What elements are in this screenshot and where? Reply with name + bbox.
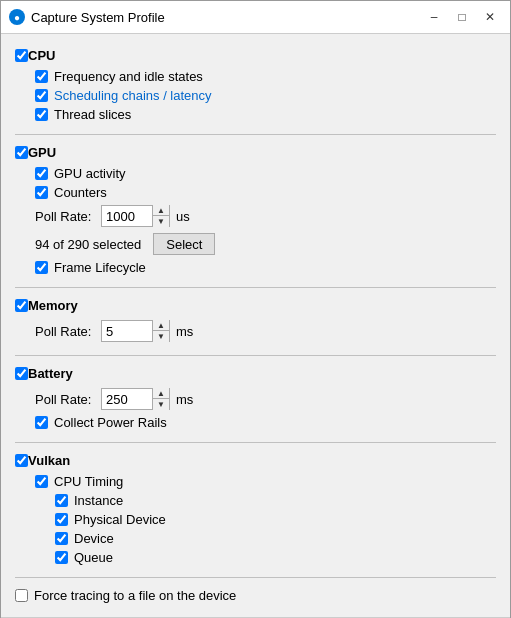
battery-poll-down-arrow[interactable]: ▼ xyxy=(153,399,169,410)
gpu-poll-unit: us xyxy=(176,209,190,224)
device-checkbox[interactable] xyxy=(55,532,68,545)
cpu-scheduling-checkbox[interactable] xyxy=(35,89,48,102)
memory-poll-arrows: ▲ ▼ xyxy=(152,320,169,342)
cpu-thread-checkbox[interactable] xyxy=(35,108,48,121)
content-area: CPU Frequency and idle states Scheduling… xyxy=(1,34,510,617)
gpu-section-body: GPU activity Counters Poll Rate: ▲ ▼ xyxy=(15,164,496,281)
memory-poll-up-arrow[interactable]: ▲ xyxy=(153,320,169,331)
divider-2 xyxy=(15,287,496,288)
device-row: Device xyxy=(55,529,496,548)
gpu-select-row: 94 of 290 selected Select xyxy=(35,230,496,258)
queue-row: Queue xyxy=(55,548,496,567)
battery-poll-up-arrow[interactable]: ▲ xyxy=(153,388,169,399)
memory-section: Memory Poll Rate: ▲ ▼ ms xyxy=(15,294,496,349)
force-tracing-label: Force tracing to a file on the device xyxy=(34,588,236,603)
title-bar: ● Capture System Profile – □ ✕ xyxy=(1,1,510,34)
battery-label: Battery xyxy=(28,366,73,381)
memory-poll-label: Poll Rate: xyxy=(35,324,95,339)
device-label: Device xyxy=(74,531,114,546)
vulkan-section-body: CPU Timing Instance Physical Device Devi… xyxy=(15,472,496,571)
gpu-poll-input[interactable] xyxy=(102,206,152,226)
battery-section-header: Battery xyxy=(15,362,496,385)
gpu-activity-checkbox[interactable] xyxy=(35,167,48,180)
window: ● Capture System Profile – □ ✕ CPU Frequ… xyxy=(0,0,511,618)
collect-power-rails-label: Collect Power Rails xyxy=(54,415,167,430)
battery-section-body: Poll Rate: ▲ ▼ ms Collect Power Rails xyxy=(15,385,496,436)
instance-checkbox[interactable] xyxy=(55,494,68,507)
cpu-timing-checkbox[interactable] xyxy=(35,475,48,488)
gpu-activity-label: GPU activity xyxy=(54,166,126,181)
gpu-selection-info: 94 of 290 selected xyxy=(35,237,141,252)
cpu-thread-label: Thread slices xyxy=(54,107,131,122)
cpu-section-body: Frequency and idle states Scheduling cha… xyxy=(15,67,496,128)
queue-checkbox[interactable] xyxy=(55,551,68,564)
divider-3 xyxy=(15,355,496,356)
divider-1 xyxy=(15,134,496,135)
gpu-activity-row: GPU activity xyxy=(35,164,496,183)
cpu-frequency-row: Frequency and idle states xyxy=(35,67,496,86)
select-button[interactable]: Select xyxy=(153,233,215,255)
memory-section-body: Poll Rate: ▲ ▼ ms xyxy=(15,317,496,349)
battery-poll-spinbox: ▲ ▼ xyxy=(101,388,170,410)
cpu-frequency-checkbox[interactable] xyxy=(35,70,48,83)
battery-poll-label: Poll Rate: xyxy=(35,392,95,407)
battery-checkbox[interactable] xyxy=(15,367,28,380)
gpu-counters-row: Counters xyxy=(35,183,496,202)
memory-label: Memory xyxy=(28,298,78,313)
battery-poll-input[interactable] xyxy=(102,389,152,409)
gpu-poll-arrows: ▲ ▼ xyxy=(152,205,169,227)
app-icon: ● xyxy=(9,9,25,25)
gpu-label: GPU xyxy=(28,145,56,160)
gpu-section: GPU GPU activity Counters Poll Rate: ▲ xyxy=(15,141,496,281)
gpu-poll-down-arrow[interactable]: ▼ xyxy=(153,216,169,227)
gpu-poll-row: Poll Rate: ▲ ▼ us xyxy=(35,202,496,230)
gpu-checkbox[interactable] xyxy=(15,146,28,159)
physical-device-checkbox[interactable] xyxy=(55,513,68,526)
memory-section-header: Memory xyxy=(15,294,496,317)
frame-lifecycle-row: Frame Lifecycle xyxy=(35,258,496,277)
instance-label: Instance xyxy=(74,493,123,508)
battery-poll-row: Poll Rate: ▲ ▼ ms xyxy=(35,385,496,413)
gpu-poll-up-arrow[interactable]: ▲ xyxy=(153,205,169,216)
force-tracing-row: Force tracing to a file on the device xyxy=(15,584,496,607)
close-button[interactable]: ✕ xyxy=(478,7,502,27)
memory-poll-input[interactable] xyxy=(102,321,152,341)
queue-label: Queue xyxy=(74,550,113,565)
vulkan-checkbox[interactable] xyxy=(15,454,28,467)
memory-poll-unit: ms xyxy=(176,324,193,339)
gpu-counters-checkbox[interactable] xyxy=(35,186,48,199)
battery-poll-unit: ms xyxy=(176,392,193,407)
gpu-poll-spinbox: ▲ ▼ xyxy=(101,205,170,227)
instance-row: Instance xyxy=(55,491,496,510)
collect-power-rails-checkbox[interactable] xyxy=(35,416,48,429)
vulkan-section-header: Vulkan xyxy=(15,449,496,472)
divider-5 xyxy=(15,577,496,578)
memory-checkbox[interactable] xyxy=(15,299,28,312)
divider-4 xyxy=(15,442,496,443)
vulkan-section: Vulkan CPU Timing Instance Physical Devi… xyxy=(15,449,496,571)
window-controls: – □ ✕ xyxy=(422,7,502,27)
minimize-button[interactable]: – xyxy=(422,7,446,27)
memory-poll-down-arrow[interactable]: ▼ xyxy=(153,331,169,342)
battery-poll-arrows: ▲ ▼ xyxy=(152,388,169,410)
frame-lifecycle-checkbox[interactable] xyxy=(35,261,48,274)
cpu-frequency-label: Frequency and idle states xyxy=(54,69,203,84)
cpu-timing-label: CPU Timing xyxy=(54,474,123,489)
frame-lifecycle-label: Frame Lifecycle xyxy=(54,260,146,275)
window-title: Capture System Profile xyxy=(31,10,422,25)
cpu-timing-children: Instance Physical Device Device Queue xyxy=(35,491,496,567)
gpu-section-header: GPU xyxy=(15,141,496,164)
physical-device-row: Physical Device xyxy=(55,510,496,529)
cpu-label: CPU xyxy=(28,48,55,63)
cpu-scheduling-label: Scheduling chains / latency xyxy=(54,88,212,103)
physical-device-label: Physical Device xyxy=(74,512,166,527)
cpu-thread-row: Thread slices xyxy=(35,105,496,124)
battery-section: Battery Poll Rate: ▲ ▼ ms Col xyxy=(15,362,496,436)
gpu-poll-label: Poll Rate: xyxy=(35,209,95,224)
maximize-button[interactable]: □ xyxy=(450,7,474,27)
force-tracing-checkbox[interactable] xyxy=(15,589,28,602)
cpu-section: CPU Frequency and idle states Scheduling… xyxy=(15,44,496,128)
gpu-counters-label: Counters xyxy=(54,185,107,200)
cpu-checkbox[interactable] xyxy=(15,49,28,62)
cpu-scheduling-row: Scheduling chains / latency xyxy=(35,86,496,105)
